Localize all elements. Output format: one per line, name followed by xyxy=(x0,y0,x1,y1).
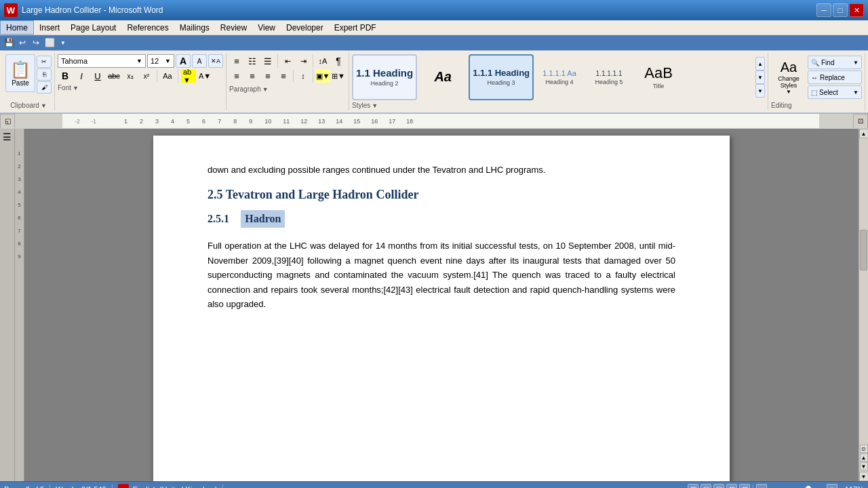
strikethrough-button[interactable]: abc xyxy=(106,69,121,83)
paste-button[interactable]: 📋 Paste xyxy=(5,54,35,92)
ruler-1: 1 xyxy=(118,118,134,125)
change-styles-label: Change Styles xyxy=(772,75,806,89)
replace-button[interactable]: ↔ Replace xyxy=(808,70,862,84)
layout-btn-5[interactable]: ▦ xyxy=(739,484,750,489)
styles-scroll-up[interactable]: ▲ xyxy=(755,57,765,70)
ruler-11: 11 xyxy=(277,118,295,125)
style-heading5-button[interactable]: 1.1.1.1.1 Heading 5 xyxy=(585,54,633,100)
layout-btn-3[interactable]: ▤ xyxy=(713,484,724,489)
styles-scroll-more[interactable]: ▼ xyxy=(755,84,765,98)
style-heading-italic-button[interactable]: Aa xyxy=(419,54,467,100)
find-button[interactable]: 🔍 Find ▼ xyxy=(808,56,862,69)
multilevel-button[interactable]: ☰ xyxy=(260,54,275,68)
menu-references[interactable]: References xyxy=(121,20,174,35)
bullets-button[interactable]: ≡ xyxy=(229,54,244,68)
change-styles-button[interactable]: Aa Change Styles ▼ xyxy=(771,56,806,99)
ruler-corner-btn[interactable]: ◱ xyxy=(0,114,15,129)
maximize-button[interactable]: □ xyxy=(833,3,848,17)
menu-view[interactable]: View xyxy=(252,20,281,35)
style-title-button[interactable]: AaB Title xyxy=(635,54,682,100)
menu-mailings[interactable]: Mailings xyxy=(174,20,215,35)
layout-btn-2[interactable]: ▣ xyxy=(701,484,711,489)
window-title-bar: W Large Hadron Collider - Microsoft Word… xyxy=(0,0,868,20)
menu-expert-pdf[interactable]: Expert PDF xyxy=(329,20,382,35)
ruler-right-btn[interactable]: ⊡ xyxy=(853,114,868,129)
ruler-15: 15 xyxy=(348,118,366,125)
superscript-button[interactable]: x² xyxy=(139,69,154,83)
editing-group: Aa Change Styles ▼ 🔍 Find ▼ ↔ Replace xyxy=(768,53,865,110)
scrollbar-thumb[interactable] xyxy=(860,230,867,270)
styles-scroll-down[interactable]: ▼ xyxy=(755,70,765,84)
menu-developer[interactable]: Developer xyxy=(281,20,329,35)
scrollbar-up-btn[interactable]: ▲ xyxy=(859,129,869,138)
decrease-indent-button[interactable]: ⇤ xyxy=(280,54,295,68)
numbering-button[interactable]: ☷ xyxy=(245,54,260,68)
italic-button[interactable]: I xyxy=(74,69,89,83)
find-label: Find xyxy=(821,59,834,66)
font-color-button[interactable]: A▼ xyxy=(197,69,212,83)
style-heading3-button[interactable]: 1.1.1 Heading Heading 3 xyxy=(469,54,534,100)
subscript-button[interactable]: x₂ xyxy=(123,69,138,83)
vruler-9: 9 xyxy=(18,253,20,260)
style-heading2-button[interactable]: 1.1 Heading Heading 2 xyxy=(352,54,417,100)
underline-button[interactable]: U xyxy=(90,69,105,83)
scrollbar-down-btn[interactable]: ▼ xyxy=(859,472,869,481)
align-left-button[interactable]: ≡ xyxy=(229,69,244,83)
scrollbar-select-btn[interactable]: ⊙ xyxy=(860,445,868,453)
find-replace-section: 🔍 Find ▼ ↔ Replace ⬚ Select ▼ xyxy=(808,56,862,99)
qa-undo[interactable]: ↩ xyxy=(16,37,28,49)
menu-review[interactable]: Review xyxy=(215,20,252,35)
select-arrow: ▼ xyxy=(853,89,859,96)
format-painter-button[interactable]: 🖌 xyxy=(37,81,52,94)
increase-indent-button[interactable]: ⇥ xyxy=(296,54,311,68)
font-grow-button[interactable]: A xyxy=(176,54,191,68)
heading-251-text: Hadron xyxy=(245,213,281,224)
minimize-button[interactable]: ─ xyxy=(816,3,831,17)
cut-button[interactable]: ✂ xyxy=(37,56,52,68)
sort-button[interactable]: ↕A xyxy=(315,54,330,68)
align-center-button[interactable]: ≡ xyxy=(245,69,260,83)
language-status: English (United Kingdom) xyxy=(118,484,218,489)
clear-format-button[interactable]: ✕A xyxy=(208,54,223,68)
change-case-button[interactable]: Aa xyxy=(160,69,175,83)
qa-dropdown[interactable]: ▼ xyxy=(57,37,69,49)
menu-insert[interactable]: Insert xyxy=(34,20,65,35)
menu-page-layout[interactable]: Page Layout xyxy=(65,20,121,35)
align-right-button[interactable]: ≡ xyxy=(260,69,275,83)
borders-button[interactable]: ⊞▼ xyxy=(331,69,346,83)
show-marks-button[interactable]: ¶ xyxy=(331,54,346,68)
highlight-button[interactable]: ab ▼ xyxy=(181,69,196,83)
menu-home[interactable]: Home xyxy=(0,20,34,35)
ruler: ◱ -2 -1 1 2 3 4 5 6 7 8 9 10 11 12 13 14 xyxy=(0,114,868,129)
qa-redo[interactable]: ↪ xyxy=(30,37,42,49)
qa-extra[interactable]: ⬜ xyxy=(43,37,56,49)
line-spacing-button[interactable]: ↕ xyxy=(296,69,311,83)
copy-button[interactable]: ⎘ xyxy=(37,68,52,81)
style-h4-sample: 1.1.1.1 Aa xyxy=(542,69,576,77)
styles-row: 1.1 Heading Heading 2 Aa 1.1.1 Heading H… xyxy=(352,54,753,100)
font-name-dropdown[interactable]: Tahoma▼ xyxy=(58,54,146,68)
ruler-neg2: -2 xyxy=(69,118,85,125)
scrollbar-prev-btn[interactable]: ▲ xyxy=(860,453,868,462)
bold-button[interactable]: B xyxy=(58,69,73,83)
select-button[interactable]: ⬚ Select ▼ xyxy=(808,85,862,99)
status-sep2 xyxy=(112,485,113,489)
zoom-out-btn[interactable]: − xyxy=(756,484,767,489)
font-shrink-button[interactable]: A xyxy=(192,54,207,68)
scrollbar-next-btn[interactable]: ▼ xyxy=(860,462,868,470)
doc-scroll-area[interactable]: down and excluding possible ranges conti… xyxy=(24,129,859,481)
shading-button[interactable]: ▣▼ xyxy=(315,69,330,83)
justify-button[interactable]: ≡ xyxy=(276,69,291,83)
qa-save[interactable]: 💾 xyxy=(3,37,15,49)
style-heading4-button[interactable]: 1.1.1.1 Aa Heading 4 xyxy=(536,54,583,100)
layout-btn-1[interactable]: ▦ xyxy=(688,484,698,489)
close-button[interactable]: ✕ xyxy=(849,3,864,17)
scrollbar-track[interactable] xyxy=(859,138,868,443)
zoom-thumb[interactable] xyxy=(805,485,812,489)
layout-btn-4[interactable]: ▥ xyxy=(726,484,737,489)
ruler-8: 8 xyxy=(227,118,243,125)
font-size-input[interactable]: 12▼ xyxy=(147,54,174,68)
sidebar-btn-1[interactable]: ☰ xyxy=(2,131,13,142)
style-title-sample: AaB xyxy=(644,65,673,81)
zoom-in-btn[interactable]: + xyxy=(827,484,837,489)
